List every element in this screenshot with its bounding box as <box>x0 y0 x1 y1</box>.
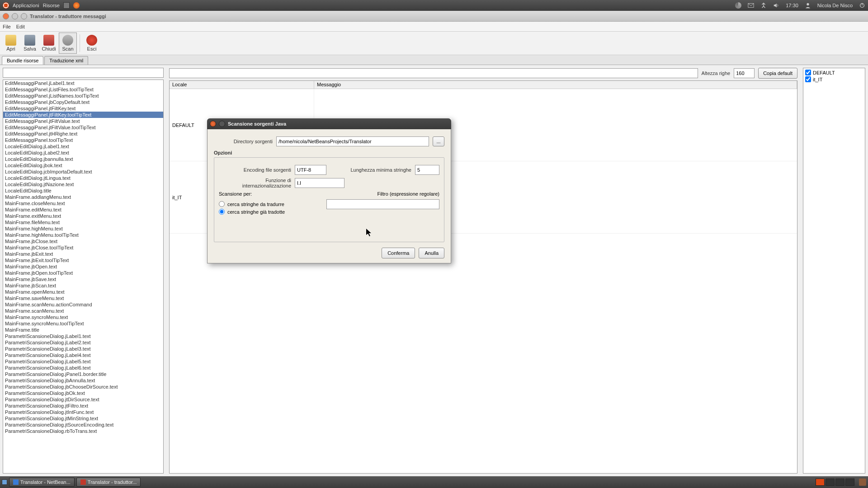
list-item[interactable]: ParametriScansioneDialog.jLabel3.text <box>3 346 163 352</box>
browse-dir-button[interactable]: ... <box>433 136 444 146</box>
radio-to-translate-input[interactable] <box>219 201 225 207</box>
list-item[interactable]: EditMessaggiPanel.jLabel1.text <box>3 80 163 86</box>
list-item[interactable]: MainFrame.jbOpen.text <box>3 263 163 270</box>
list-item[interactable]: EditMessaggiPanel.jtFiltValue.toolTipTex… <box>3 124 163 131</box>
user-name[interactable]: Nicola De Nisco <box>817 3 853 8</box>
encoding-input[interactable] <box>295 165 326 175</box>
list-item[interactable]: MainFrame.saveMenu.text <box>3 295 163 301</box>
list-item[interactable]: ParametriScansioneDialog.jLabel1.text <box>3 333 163 339</box>
list-item[interactable]: MainFrame.jbClose.text <box>3 238 163 244</box>
firefox-icon[interactable] <box>73 2 80 9</box>
taskbar-item-netbeans[interactable]: Translator - NetBean... <box>9 478 75 487</box>
workspace-3[interactable] <box>835 479 844 486</box>
show-desktop-icon[interactable] <box>2 479 7 485</box>
list-item[interactable]: LocaleEditDialog.jtNazione.text <box>3 181 163 188</box>
scan-button[interactable]: Scan <box>59 33 77 54</box>
list-item[interactable]: ParametriScansioneDialog.jPanel1.border.… <box>3 371 163 377</box>
os-apps-icon[interactable] <box>63 2 70 9</box>
menu-file[interactable]: File <box>3 24 11 29</box>
list-item[interactable]: ParametriScansioneDialog.jLabel4.text <box>3 352 163 358</box>
window-close-button[interactable] <box>3 13 9 19</box>
exit-button[interactable]: Esci <box>83 33 101 54</box>
clock[interactable]: 17:30 <box>786 3 798 8</box>
list-item[interactable]: ParametriScansioneDialog.jLabel6.text <box>3 365 163 371</box>
network-icon[interactable] <box>735 2 741 9</box>
col-message-header[interactable]: Messaggio <box>314 81 797 89</box>
keys-filter-input[interactable] <box>3 68 164 78</box>
mail-icon[interactable] <box>748 2 754 9</box>
list-item[interactable]: MainFrame.fileMenu.text <box>3 219 163 225</box>
list-item[interactable]: EditMessaggiPanel.jtHRighe.text <box>3 131 163 137</box>
tab-bundle-risorse[interactable]: Bundle risorse <box>2 56 43 65</box>
updates-icon[interactable] <box>760 2 767 9</box>
list-item[interactable]: EditMessaggiPanel.jtFiltValue.text <box>3 118 163 124</box>
list-item[interactable]: LocaleEditDialog.jcbImportaDefault.text <box>3 169 163 175</box>
list-item[interactable]: EditMessaggiPanel.jListFiles.toolTipText <box>3 86 163 93</box>
workspace-1[interactable] <box>816 479 825 486</box>
shutdown-icon[interactable] <box>859 2 865 9</box>
list-item[interactable]: MainFrame.closeMenu.text <box>3 200 163 206</box>
keys-list[interactable]: EditMessaggiPanel.jLabel1.textEditMessag… <box>3 80 164 474</box>
list-item[interactable]: MainFrame.jbClose.toolTipText <box>3 244 163 251</box>
list-item[interactable]: ParametriScansioneDialog.jbOk.text <box>3 390 163 396</box>
list-item[interactable]: EditMessaggiPanel.jtFiltKey.toolTipText <box>3 112 163 118</box>
list-item[interactable]: MainFrame.syncroMenu.toolTipText <box>3 320 163 327</box>
list-item[interactable]: MainFrame.openMenu.text <box>3 289 163 295</box>
list-item[interactable]: MainFrame.jbScan.text <box>3 282 163 289</box>
taskbar-item-translator[interactable]: Translator - traduttor... <box>76 478 141 487</box>
list-item[interactable]: ParametriScansioneDialog.jtSourceEncodin… <box>3 422 163 428</box>
intfunc-input[interactable] <box>295 178 344 188</box>
list-item[interactable]: MainFrame.scanMenu.text <box>3 308 163 314</box>
close-button[interactable]: Chiudi <box>40 33 58 54</box>
window-maximize-button[interactable] <box>21 13 27 19</box>
dialog-close-button[interactable] <box>210 121 216 127</box>
dialog-minimize-button[interactable] <box>219 121 225 127</box>
list-item[interactable]: ParametriScansioneDialog.jtIntFunc.text <box>3 409 163 415</box>
dir-source-input[interactable] <box>276 136 429 146</box>
list-item[interactable]: ParametriScansioneDialog.jLabel2.text <box>3 339 163 346</box>
radio-already-translated[interactable]: cerca stringhe già tradotte <box>219 209 323 215</box>
list-item[interactable]: ParametriScansioneDialog.rbToTrans.text <box>3 428 163 434</box>
radio-to-translate[interactable]: cerca stringhe da tradurre <box>219 201 323 207</box>
tab-traduzione-xml[interactable]: Traduzione xml <box>44 56 88 65</box>
os-menu-applications[interactable]: Applicazioni <box>13 3 39 8</box>
list-item[interactable]: ParametriScansioneDialog.jbChooseDirSour… <box>3 384 163 390</box>
message-search-input[interactable] <box>169 68 698 78</box>
list-item[interactable]: MainFrame.editMenu.text <box>3 206 163 213</box>
list-item[interactable]: LocaleEditDialog.title <box>3 188 163 194</box>
list-item[interactable]: ParametriScansioneDialog.jtFiltro.text <box>3 403 163 409</box>
locale-it-check[interactable] <box>805 76 811 82</box>
volume-icon[interactable] <box>773 2 779 9</box>
locale-checkbox-it[interactable]: it_IT <box>804 76 864 83</box>
locale-default-check[interactable] <box>805 70 811 75</box>
list-item[interactable]: MainFrame.highMenu.toolTipText <box>3 232 163 238</box>
col-locale-header[interactable]: Locale <box>170 81 314 89</box>
list-item[interactable]: ParametriScansioneDialog.jLabel5.text <box>3 358 163 365</box>
list-item[interactable]: MainFrame.addlangMenu.text <box>3 194 163 200</box>
list-item[interactable]: EditMessaggiPanel.jbCopyDefault.text <box>3 99 163 105</box>
list-item[interactable]: MainFrame.syncroMenu.text <box>3 314 163 320</box>
list-item[interactable]: LocaleEditDialog.jLabel1.text <box>3 143 163 150</box>
list-item[interactable]: MainFrame.jbExit.text <box>3 251 163 257</box>
trash-icon[interactable] <box>859 479 866 486</box>
workspace-4[interactable] <box>845 479 854 486</box>
workspace-2[interactable] <box>826 479 835 486</box>
workspace-switcher[interactable] <box>816 479 854 486</box>
list-item[interactable]: LocaleEditDialog.jbok.text <box>3 162 163 169</box>
list-item[interactable]: LocaleEditDialog.jLabel2.text <box>3 150 163 156</box>
os-menu-resources[interactable]: Risorse <box>43 3 60 8</box>
list-item[interactable]: MainFrame.exitMenu.text <box>3 213 163 219</box>
radio-translated-input[interactable] <box>219 209 225 215</box>
list-item[interactable]: EditMessaggiPanel.toolTipText <box>3 137 163 143</box>
list-item[interactable]: MainFrame.scanMenu.actionCommand <box>3 301 163 308</box>
row-height-input[interactable] <box>734 68 755 78</box>
list-item[interactable]: ParametriScansioneDialog.jbAnnulla.text <box>3 377 163 384</box>
list-item[interactable]: ParametriScansioneDialog.jtMinString.tex… <box>3 415 163 422</box>
list-item[interactable]: MainFrame.highMenu.text <box>3 225 163 232</box>
minlen-input[interactable] <box>415 165 439 175</box>
menu-edit[interactable]: Edit <box>16 24 25 29</box>
list-item[interactable]: MainFrame.jbSave.text <box>3 276 163 282</box>
copy-default-button[interactable]: Copia default <box>758 68 797 79</box>
list-item[interactable]: LocaleEditDialog.jtLingua.text <box>3 175 163 181</box>
list-item[interactable]: EditMessaggiPanel.jListNames.toolTipText <box>3 93 163 99</box>
